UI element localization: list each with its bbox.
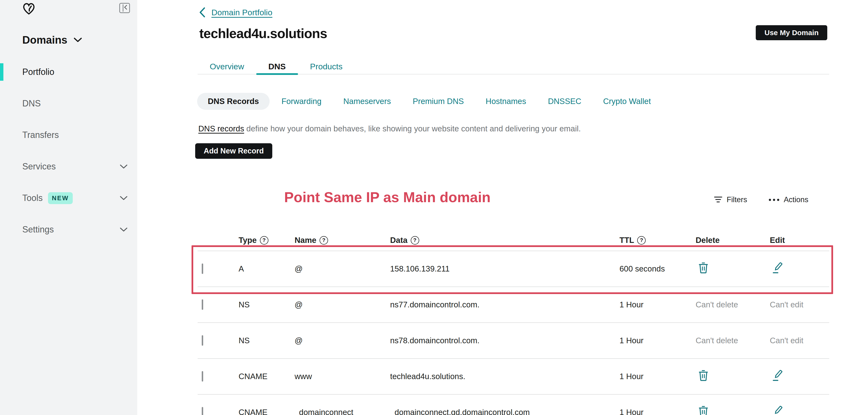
new-badge: NEW (48, 192, 73, 204)
subtab-crypto-wallet[interactable]: Crypto Wallet (592, 93, 662, 110)
actions-button[interactable]: Actions (769, 195, 808, 204)
tab-overview[interactable]: Overview (197, 59, 256, 74)
cell-type: NS (239, 336, 294, 345)
description-text: define how your domain behaves, like sho… (244, 124, 581, 133)
cell-data: techlead4u.solutions. (390, 372, 619, 381)
sidebar-item-transfers[interactable]: Transfers (0, 126, 137, 145)
help-icon[interactable]: ? (260, 236, 269, 245)
cell-data: _domainconnect.gd.domaincontrol.com (390, 408, 619, 415)
edit-record-button[interactable] (772, 405, 783, 415)
filters-button[interactable]: Filters (714, 195, 747, 204)
chevron-down-icon (74, 38, 82, 42)
use-my-domain-button[interactable]: Use My Domain (756, 25, 827, 40)
subtab-forwarding[interactable]: Forwarding (271, 93, 333, 110)
delete-record-button[interactable] (698, 370, 709, 381)
column-header-type: Type? (239, 235, 294, 245)
subtab-dnssec[interactable]: DNSSEC (537, 93, 592, 110)
main-content: Domain Portfolio techlead4u.solutions Us… (137, 0, 868, 415)
trash-icon (698, 406, 709, 415)
cell-type: CNAME (239, 372, 294, 381)
row-checkbox[interactable] (202, 371, 203, 382)
sidebar-item-dns[interactable]: DNS (0, 94, 137, 113)
tab-bar: Overview DNS Products (197, 59, 829, 74)
sidebar-item-label: Transfers (22, 130, 59, 140)
cell-ttl: 600 seconds (619, 264, 695, 274)
active-indicator (0, 63, 3, 81)
sidebar-item-services[interactable]: Services (0, 157, 137, 176)
column-header-edit: Edit (770, 235, 829, 245)
cell-cant-delete: Can't delete (695, 300, 770, 309)
cell-name: @ (294, 336, 390, 345)
delete-record-button[interactable] (698, 262, 709, 274)
cell-name: www (294, 372, 390, 381)
breadcrumb: Domain Portfolio (199, 7, 272, 18)
help-icon[interactable]: ? (411, 236, 419, 245)
back-link-domain-portfolio[interactable]: Domain Portfolio (211, 8, 272, 17)
cell-data: ns77.domaincontrol.com. (390, 300, 619, 309)
tab-products[interactable]: Products (298, 59, 355, 74)
cell-cant-edit: Can't edit (770, 300, 829, 309)
help-icon[interactable]: ? (319, 236, 328, 245)
sidebar-item-tools[interactable]: Tools NEW (0, 189, 137, 208)
dns-records-link[interactable]: DNS records (198, 124, 244, 133)
cell-name: _domainconnect (294, 408, 390, 415)
cell-type: A (239, 264, 294, 274)
table-row-cname-record: CNAME _domainconnect _domainconnect.gd.d… (197, 394, 829, 415)
subtab-nameservers[interactable]: Nameservers (333, 93, 402, 110)
dns-records-table: Type? Name? Data? TTL? Delete Edit A @ 1… (197, 230, 829, 415)
table-header-row: Type? Name? Data? TTL? Delete Edit (197, 230, 829, 251)
godaddy-logo-icon (22, 1, 36, 15)
ellipsis-icon (769, 199, 779, 201)
sidebar-item-label: Tools (22, 193, 43, 203)
chevron-down-icon (120, 164, 127, 169)
table-row-cname-record: CNAME www techlead4u.solutions. 1 Hour (197, 358, 829, 394)
delete-record-button[interactable] (698, 406, 709, 415)
table-row-ns-record: NS @ ns77.domaincontrol.com. 1 Hour Can'… (197, 287, 829, 322)
collapse-divider (123, 4, 123, 12)
subtab-dns-records[interactable]: DNS Records (197, 93, 270, 110)
sidebar-item-settings[interactable]: Settings (0, 220, 137, 239)
cell-name: @ (294, 264, 390, 274)
pencil-icon (772, 262, 783, 274)
column-header-data: Data? (390, 235, 619, 245)
row-checkbox[interactable] (202, 407, 203, 415)
subtab-hostnames[interactable]: Hostnames (475, 93, 537, 110)
cell-ttl: 1 Hour (619, 300, 695, 309)
column-header-name: Name? (294, 235, 390, 245)
add-new-record-button[interactable]: Add New Record (195, 143, 272, 159)
domains-label: Domains (22, 34, 67, 46)
cell-ttl: 1 Hour (619, 336, 695, 345)
sidebar-section-domains[interactable]: Domains (22, 34, 82, 46)
sidebar-item-label: Portfolio (22, 67, 54, 77)
pencil-icon (772, 405, 783, 415)
chevron-left-icon (199, 7, 205, 18)
row-checkbox[interactable] (202, 263, 203, 274)
sidebar: Domains Portfolio DNS Transfers Services… (0, 0, 137, 415)
sidebar-item-portfolio[interactable]: Portfolio (0, 63, 137, 82)
cell-cant-delete: Can't delete (695, 336, 770, 345)
chevron-down-icon (120, 196, 127, 200)
sidebar-collapse-button[interactable] (119, 3, 130, 13)
tab-dns[interactable]: DNS (256, 59, 298, 74)
cell-data: 158.106.139.211 (390, 264, 619, 274)
filter-icon (714, 196, 722, 203)
edit-record-button[interactable] (772, 262, 783, 274)
sidebar-item-label: Settings (22, 224, 54, 235)
dns-subtab-bar: DNS Records Forwarding Nameservers Premi… (197, 93, 662, 110)
chevron-left-icon (124, 5, 129, 10)
cell-ttl: 1 Hour (619, 408, 695, 415)
subtab-premium-dns[interactable]: Premium DNS (402, 93, 475, 110)
table-row-a-record: A @ 158.106.139.211 600 seconds (197, 251, 829, 287)
row-checkbox[interactable] (202, 335, 203, 346)
chevron-down-icon (120, 227, 127, 232)
cell-ttl: 1 Hour (619, 372, 695, 381)
cell-type: NS (239, 300, 294, 309)
column-header-ttl: TTL? (619, 235, 695, 245)
table-row-ns-record: NS @ ns78.domaincontrol.com. 1 Hour Can'… (197, 322, 829, 358)
sidebar-item-label: DNS (22, 98, 41, 108)
annotation-point-same-ip: Point Same IP as Main domain (284, 189, 491, 205)
help-icon[interactable]: ? (637, 236, 646, 245)
trash-icon (698, 262, 709, 274)
edit-record-button[interactable] (772, 370, 783, 382)
row-checkbox[interactable] (202, 299, 203, 310)
